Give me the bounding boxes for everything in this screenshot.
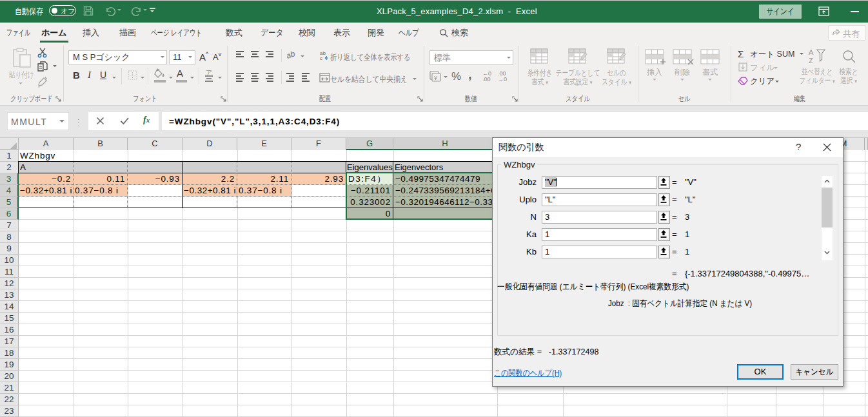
svg-text:¥: ¥: [433, 75, 438, 81]
svg-text:A: A: [809, 48, 814, 56]
svg-text:Z: Z: [809, 57, 813, 64]
svg-text:c: c: [320, 55, 322, 61]
